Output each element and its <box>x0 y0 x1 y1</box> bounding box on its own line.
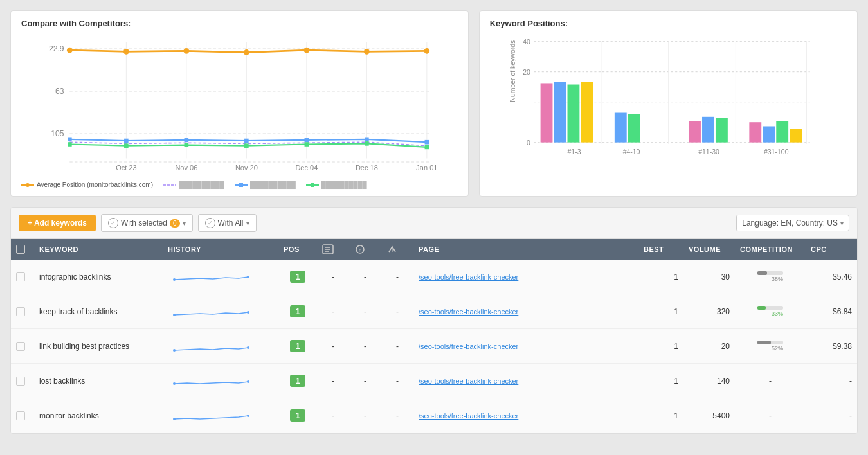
svg-point-89 <box>173 382 176 385</box>
with-all-label: With All <box>218 219 244 228</box>
header-volume[interactable]: VOLUME <box>683 244 735 254</box>
header-check-icon[interactable] <box>16 245 25 254</box>
row-competition-1: 38% <box>735 260 806 294</box>
table-row: infographic backlinks 1 - - - /seo-tools… <box>11 260 857 294</box>
row-volume-2: 320 <box>683 294 735 328</box>
row-checkbox-1[interactable] <box>11 260 34 294</box>
row-checkbox-4[interactable] <box>11 364 34 398</box>
page-link-4[interactable]: /seo-tools/free-backlink-checker <box>419 377 518 385</box>
checkbox-icon-1[interactable] <box>16 272 25 281</box>
with-selected-label: With selected <box>121 219 167 228</box>
svg-text:Number of keywords: Number of keywords <box>509 40 516 102</box>
svg-rect-35 <box>185 143 189 147</box>
legend-label-3: ██████████ <box>321 181 367 188</box>
left-chart-box: Compare with Competitors: 22. <box>10 10 469 197</box>
with-selected-button[interactable]: ✓ With selected 0 ▾ <box>101 214 193 232</box>
svg-point-21 <box>183 48 189 54</box>
header-competition[interactable]: COMPETITION <box>735 244 806 254</box>
add-keywords-button[interactable]: + Add keywords <box>19 215 96 231</box>
row-col5-3: - <box>349 329 381 363</box>
header-history[interactable]: HISTORY <box>163 244 278 254</box>
row-history-1 <box>163 260 278 294</box>
page-link-1[interactable]: /seo-tools/free-backlink-checker <box>419 273 518 281</box>
row-col4-4: - <box>317 364 349 398</box>
svg-text:20: 20 <box>523 69 530 76</box>
row-pos-1: 1 <box>278 260 317 294</box>
main-container: Compare with Competitors: 22. <box>0 0 868 444</box>
circle-check-icon-2: ✓ <box>205 218 215 228</box>
row-pos-2: 1 <box>278 294 317 328</box>
svg-text:40: 40 <box>523 39 530 46</box>
page-link-3[interactable]: /seo-tools/free-backlink-checker <box>419 343 518 350</box>
svg-rect-55 <box>540 83 552 142</box>
chart-legend: Average Position (monitorbacklinks.com) … <box>21 181 458 188</box>
svg-rect-65 <box>763 126 775 142</box>
svg-text:Oct 23: Oct 23 <box>116 164 136 172</box>
row-col6-2: - <box>381 294 413 328</box>
svg-point-84 <box>247 276 249 278</box>
row-checkbox-5[interactable] <box>11 398 34 433</box>
with-all-button[interactable]: ✓ With All ▾ <box>198 214 257 232</box>
row-competition-3: 52% <box>735 329 806 363</box>
svg-text:Nov 20: Nov 20 <box>235 164 258 172</box>
checkbox-icon-3[interactable] <box>16 342 25 351</box>
svg-rect-60 <box>628 114 640 143</box>
checkbox-icon-4[interactable] <box>16 377 25 386</box>
svg-point-92 <box>247 415 249 417</box>
header-keyword[interactable]: KEYWORD <box>34 244 163 254</box>
svg-point-90 <box>247 380 249 383</box>
selected-count-badge: 0 <box>170 219 180 228</box>
svg-text:↑: ↑ <box>359 247 362 253</box>
bar-chart-svg: Number of keywords 40 20 0 <box>490 35 847 176</box>
row-col4-3: - <box>317 329 349 363</box>
row-checkbox-2[interactable] <box>11 294 34 328</box>
row-col4-5: - <box>317 398 349 433</box>
legend-label-1: ██████████ <box>179 181 224 188</box>
chevron-all-icon: ▾ <box>246 220 249 227</box>
header-col4 <box>317 244 349 254</box>
row-competition-5: - <box>735 398 806 433</box>
header-pos[interactable]: POS <box>278 244 317 254</box>
header-cpc[interactable]: CPC <box>806 244 857 254</box>
bar-chart-area: Number of keywords 40 20 0 <box>490 35 847 176</box>
svg-rect-31 <box>365 138 369 142</box>
svg-rect-44 <box>239 183 243 187</box>
header-best[interactable]: BEST <box>638 244 683 254</box>
checkbox-icon-5[interactable] <box>16 411 25 420</box>
row-col6-3: - <box>381 329 413 363</box>
header-checkbox[interactable] <box>11 244 34 254</box>
svg-rect-61 <box>689 121 701 143</box>
table-section: + Add keywords ✓ With selected 0 ▾ ✓ Wit… <box>10 207 858 434</box>
svg-text:Jan 01: Jan 01 <box>416 164 437 172</box>
row-history-3 <box>163 329 278 363</box>
language-select[interactable]: Language: EN, Country: US ▾ <box>736 215 849 231</box>
svg-rect-28 <box>185 138 189 143</box>
header-page[interactable]: PAGE <box>413 244 638 254</box>
right-chart-title: Keyword Positions: <box>490 19 847 28</box>
svg-rect-62 <box>702 117 714 143</box>
svg-rect-46 <box>311 183 314 187</box>
checkbox-icon-2[interactable] <box>16 307 25 316</box>
language-chevron-icon: ▾ <box>840 220 844 227</box>
table-row: lost backlinks 1 - - - /seo-tools/free-b… <box>11 364 857 398</box>
svg-text:Nov 06: Nov 06 <box>175 164 197 172</box>
row-history-5 <box>163 398 278 433</box>
page-link-2[interactable]: /seo-tools/free-backlink-checker <box>419 308 518 316</box>
row-keyword-1: infographic backlinks <box>34 260 163 294</box>
svg-point-91 <box>173 418 176 420</box>
row-checkbox-3[interactable] <box>11 329 34 363</box>
svg-text:22.9: 22.9 <box>49 44 64 53</box>
row-page-4: /seo-tools/free-backlink-checker <box>413 364 638 398</box>
table-row: link building best practices 1 - - - /se… <box>11 329 857 364</box>
svg-point-20 <box>123 49 129 55</box>
row-page-2: /seo-tools/free-backlink-checker <box>413 294 638 328</box>
table-header: KEYWORD HISTORY POS ↑ PAGE BEST VOLUME C… <box>11 239 857 260</box>
circle-check-icon: ✓ <box>108 218 118 228</box>
row-pos-5: 1 <box>278 398 317 433</box>
row-col6-1: - <box>381 260 413 294</box>
page-link-5[interactable]: /seo-tools/free-backlink-checker <box>419 412 518 420</box>
svg-rect-37 <box>305 142 309 147</box>
row-col4-1: - <box>317 260 349 294</box>
legend-item-2: ██████████ <box>235 181 296 188</box>
svg-point-41 <box>26 183 30 187</box>
